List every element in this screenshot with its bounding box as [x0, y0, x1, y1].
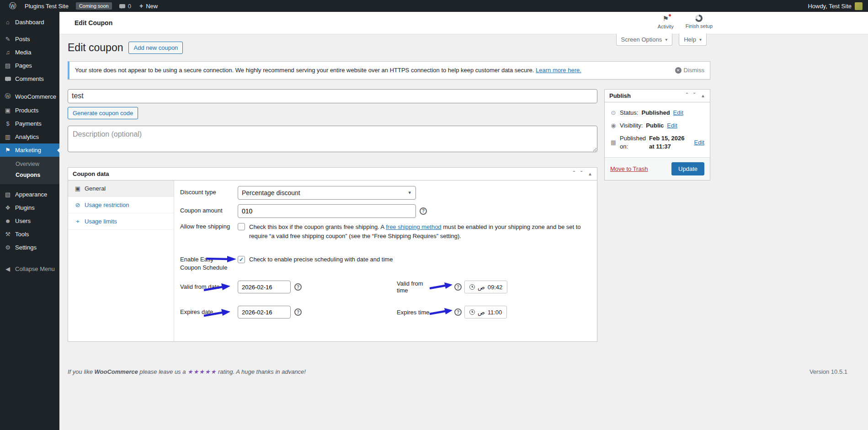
time-value: 11:00 [488, 309, 502, 316]
help-button[interactable]: Help ▾ [679, 34, 707, 46]
marketing-icon: ⚑ [4, 147, 11, 154]
chevron-down-icon: ▾ [699, 37, 702, 42]
update-button[interactable]: Update [671, 162, 704, 175]
setup-progress-icon [695, 15, 703, 22]
tab-usage-restriction[interactable]: ⊘ Usage restriction [68, 197, 174, 213]
publish-box: Publish ˆ ˇ ▲ ⊙ Status: Published [604, 89, 710, 181]
move-up-icon[interactable]: ˆ [686, 93, 687, 98]
products-icon: ▣ [4, 107, 11, 114]
dismiss-notice-button[interactable]: ✕ Dismiss [675, 67, 705, 74]
expires-date-label: Expires date [180, 308, 238, 316]
tools-icon: ⚒ [4, 231, 11, 238]
discount-type-select[interactable]: Percentage discount ▾ [238, 186, 416, 200]
free-shipping-description: Check this box if the coupon grants free… [249, 223, 590, 241]
version-text: Version 10.5.1 [809, 368, 847, 375]
tab-general[interactable]: ▣ General [68, 180, 174, 197]
sidebar-item-plugins[interactable]: ❖ Plugins [0, 201, 59, 214]
secure-connection-notice: Your store does not appear to be using a… [68, 61, 710, 80]
add-new-coupon-button[interactable]: Add new coupon [128, 42, 183, 54]
expires-time-picker[interactable]: ص 11:00 [464, 306, 507, 319]
sidebar-item-appearance[interactable]: ▧ Appearance [0, 188, 59, 201]
general-tab-icon: ▣ [75, 185, 81, 192]
usage-restriction-tab-icon: ⊘ [75, 202, 81, 208]
menu-separator [0, 85, 59, 89]
meridiem: ص [478, 284, 485, 291]
tab-usage-limits[interactable]: + Usage limits [68, 213, 174, 230]
move-down-icon[interactable]: ˇ [693, 93, 695, 98]
coupon-amount-input[interactable] [238, 204, 416, 218]
valid-from-time-picker[interactable]: ص 09:42 [464, 281, 507, 293]
screen-options-button[interactable]: Screen Options ▾ [616, 34, 673, 46]
help-icon[interactable]: ? [454, 283, 462, 291]
new-content-button[interactable]: + New [136, 0, 161, 12]
help-icon[interactable]: ? [454, 308, 462, 316]
finish-setup-button[interactable]: Finish setup [686, 15, 713, 29]
free-shipping-checkbox[interactable] [238, 223, 245, 230]
sidebar-item-woocommerce[interactable]: Ⓦ WooCommerce [0, 89, 59, 104]
sidebar-item-media[interactable]: ♫ Media [0, 46, 59, 59]
sidebar-item-users[interactable]: ☻ Users [0, 214, 59, 228]
move-up-icon[interactable]: ˆ [573, 171, 575, 176]
sidebar-item-posts[interactable]: ✎ Posts [0, 32, 59, 46]
activity-button[interactable]: ⚑ Activity [658, 15, 674, 29]
toggle-panel-icon[interactable]: ▲ [588, 171, 592, 176]
close-icon: ✕ [675, 67, 682, 74]
five-stars-link[interactable]: ★★★★★ [187, 368, 216, 375]
chevron-down-icon: ▾ [408, 190, 411, 196]
sidebar-item-tools[interactable]: ⚒ Tools [0, 228, 59, 241]
sidebar-item-payments[interactable]: $ Payments [0, 117, 59, 130]
footer-rating-text: If you like WooCommerce please leave us … [68, 368, 306, 375]
enable-schedule-description: Check to enable precise scheduling with … [249, 256, 393, 264]
move-down-icon[interactable]: ˇ [580, 171, 582, 176]
sidebar-item-products[interactable]: ▣ Products [0, 104, 59, 117]
free-shipping-method-link[interactable]: free shipping method [386, 223, 441, 230]
help-icon[interactable]: ? [420, 207, 427, 215]
admin-bar: Ⓦ Plugins Test Site Coming soon 0 + New … [0, 0, 868, 12]
admin-bar-comments-link[interactable]: 0 [116, 0, 135, 12]
generate-coupon-code-button[interactable]: Generate coupon code [68, 107, 138, 119]
edit-visibility-link[interactable]: Edit [667, 122, 677, 130]
expires-date-input[interactable] [238, 306, 291, 319]
publish-footer: Move to Trash Update [605, 157, 710, 180]
woocommerce-brand: WooCommerce [95, 368, 138, 375]
usage-limits-tab-icon: + [75, 218, 81, 225]
help-icon[interactable]: ? [294, 283, 302, 291]
sidebar-item-settings[interactable]: ⚙ Settings [0, 241, 59, 254]
enable-schedule-label: Enable Easy Coupon Schedule [180, 255, 238, 272]
submenu-item-coupons[interactable]: Coupons [0, 170, 59, 180]
sidebar-item-comments[interactable]: Comments [0, 72, 59, 85]
submenu-item-overview[interactable]: Overview [0, 159, 59, 170]
help-icon[interactable]: ? [294, 308, 302, 316]
notification-dot-icon [668, 14, 671, 17]
learn-more-link[interactable]: Learn more here. [536, 67, 581, 74]
marketing-submenu: Overview Coupons [0, 157, 59, 184]
coupon-data-box: Coupon data ˆ ˇ ▲ ▣ General [68, 167, 597, 342]
valid-from-time-label: Valid from time [397, 280, 431, 294]
coupon-data-title: Coupon data [73, 170, 109, 177]
comments-count: 0 [128, 3, 131, 10]
dashboard-icon: ⌂ [4, 19, 11, 26]
sidebar-item-dashboard[interactable]: ⌂ Dashboard [0, 16, 59, 29]
move-to-trash-link[interactable]: Move to Trash [610, 165, 648, 172]
sidebar-item-analytics[interactable]: ▥ Analytics [0, 130, 59, 143]
coupon-code-input[interactable] [68, 89, 597, 103]
publish-header: Publish ˆ ˇ ▲ [605, 90, 710, 102]
coupon-description-textarea[interactable] [68, 126, 597, 152]
annotation-arrow [429, 282, 453, 290]
wordpress-logo-icon[interactable]: Ⓦ [5, 0, 20, 12]
general-panel: Discount type Percentage discount ▾ Coup… [174, 180, 597, 341]
toggle-panel-icon[interactable]: ▲ [701, 93, 705, 98]
my-account-link[interactable]: Howdy, Test Site [808, 2, 863, 10]
valid-from-date-input[interactable] [238, 281, 291, 293]
collapse-menu-button[interactable]: ◀ Collapse Menu [0, 262, 59, 276]
sidebar-item-marketing[interactable]: ⚑ Marketing [0, 143, 59, 157]
edit-published-link[interactable]: Edit [694, 138, 704, 147]
site-name-link[interactable]: Plugins Test Site [21, 0, 72, 12]
payments-icon: $ [4, 120, 11, 127]
enable-schedule-checkbox[interactable] [238, 256, 245, 263]
eye-icon: ◉ [610, 122, 617, 130]
coupon-data-header: Coupon data ˆ ˇ ▲ [68, 168, 597, 180]
coming-soon-badge: Coming soon [76, 2, 112, 10]
sidebar-item-pages[interactable]: ▤ Pages [0, 59, 59, 72]
edit-status-link[interactable]: Edit [673, 109, 683, 117]
